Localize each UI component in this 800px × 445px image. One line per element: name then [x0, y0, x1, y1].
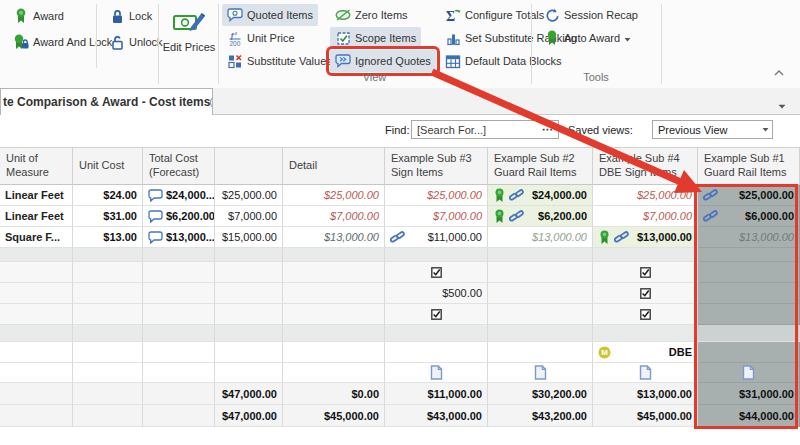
grid-cell[interactable]: [73, 248, 143, 262]
grid-cell[interactable]: [488, 325, 593, 342]
grid-cell[interactable]: $25,000.00: [283, 185, 385, 206]
substitute-values-button[interactable]: Substitute Values: [222, 50, 337, 72]
grid-cell[interactable]: $7,000.00: [283, 206, 385, 227]
column-header-example-sub-4-dbe-sign-items[interactable]: Example Sub #4 DBE Sign Items: [593, 148, 698, 185]
grid-cell[interactable]: [215, 283, 283, 304]
tab-close-icon[interactable]: ✕: [210, 95, 213, 110]
grid-cell[interactable]: $13,000.00: [283, 227, 385, 248]
grid-cell[interactable]: $500.00: [385, 283, 488, 304]
grid-cell[interactable]: $30,200.00: [488, 383, 593, 405]
grid-cell[interactable]: [593, 325, 698, 342]
grid-cell[interactable]: [698, 363, 800, 383]
grid-cell[interactable]: $11,000.00: [385, 383, 488, 405]
grid-cell[interactable]: [73, 342, 143, 363]
grid-cell[interactable]: [143, 262, 215, 283]
zero-items-button[interactable]: Zero Items: [330, 4, 413, 26]
grid-cell[interactable]: [73, 304, 143, 325]
grid-cell[interactable]: MDBE: [593, 342, 698, 363]
grid-cell[interactable]: [215, 363, 283, 383]
grid-cell[interactable]: [385, 342, 488, 363]
scope-items-button[interactable]: Scope Items: [330, 27, 421, 49]
column-header-example-sub-3-sign-items[interactable]: Example Sub #3 Sign Items: [385, 148, 488, 185]
grid-cell[interactable]: $24,000.00: [488, 185, 593, 206]
grid-cell[interactable]: $24,000....: [143, 185, 215, 206]
grid-cell[interactable]: [488, 283, 593, 304]
grid-cell[interactable]: [73, 383, 143, 405]
quoted-items-button[interactable]: Quoted Items: [222, 4, 318, 26]
checkbox-icon[interactable]: [431, 267, 442, 278]
grid-cell[interactable]: [143, 342, 215, 363]
grid-cell[interactable]: $6,200.00: [143, 206, 215, 227]
grid-cell[interactable]: [73, 262, 143, 283]
grid-cell[interactable]: [215, 262, 283, 283]
column-header-example-sub-2-guard-rail-items[interactable]: Example Sub #2 Guard Rail Items: [488, 148, 593, 185]
grid-cell[interactable]: $47,000.00: [215, 383, 283, 405]
grid-cell[interactable]: $11,000.00: [385, 227, 488, 248]
auto-award-button[interactable]: Auto Award: [539, 27, 636, 49]
configure-totals-button[interactable]: Σ Configure Totals: [440, 4, 549, 26]
grid-cell[interactable]: [73, 405, 143, 427]
grid-cell[interactable]: $13.00: [73, 227, 143, 248]
tab-list-caret-icon[interactable]: [778, 99, 786, 111]
lock-button[interactable]: Lock: [104, 5, 157, 27]
grid-cell[interactable]: Linear Feet: [0, 185, 73, 206]
grid-cell[interactable]: $31.00: [73, 206, 143, 227]
grid-cell[interactable]: [385, 363, 488, 383]
grid-cell[interactable]: $24.00: [73, 185, 143, 206]
grid-cell[interactable]: [73, 363, 143, 383]
saved-views-select[interactable]: Previous View: [652, 120, 773, 139]
grid-cell[interactable]: [215, 342, 283, 363]
grid-cell[interactable]: $45,000.00: [283, 405, 385, 427]
grid-cell[interactable]: $31,000.00: [698, 383, 800, 405]
grid-cell[interactable]: [283, 325, 385, 342]
grid-cell[interactable]: [488, 262, 593, 283]
search-input[interactable]: [412, 124, 538, 136]
grid-cell[interactable]: $7,000.00: [215, 206, 283, 227]
grid-cell[interactable]: [593, 262, 698, 283]
column-header-total-cost-forecast[interactable]: Total Cost (Forecast): [143, 148, 215, 185]
grid-cell[interactable]: [143, 363, 215, 383]
grid-cell[interactable]: $15,000.00: [215, 227, 283, 248]
grid-cell[interactable]: [385, 325, 488, 342]
grid-cell[interactable]: [593, 283, 698, 304]
grid-cell[interactable]: [0, 283, 73, 304]
grid-cell[interactable]: [698, 283, 800, 304]
edit-prices-button[interactable]: Edit Prices: [161, 3, 217, 83]
grid-cell[interactable]: [488, 304, 593, 325]
grid-cell[interactable]: [488, 342, 593, 363]
grid-cell[interactable]: $45,000.00: [593, 405, 698, 427]
grid-cell[interactable]: [283, 304, 385, 325]
grid-cell[interactable]: [593, 363, 698, 383]
grid-cell[interactable]: [698, 304, 800, 325]
grid-cell[interactable]: [0, 248, 73, 262]
session-recap-button[interactable]: Session Recap: [539, 4, 643, 26]
grid-cell[interactable]: Linear Feet: [0, 206, 73, 227]
grid-cell[interactable]: [283, 262, 385, 283]
grid-cell[interactable]: [283, 283, 385, 304]
grid-cell[interactable]: $25,000.00: [385, 185, 488, 206]
grid-cell[interactable]: [698, 262, 800, 283]
grid-cell[interactable]: [143, 405, 215, 427]
award-and-lock-button[interactable]: Award And Lock: [8, 31, 117, 53]
column-header-detail[interactable]: Detail: [283, 148, 385, 185]
ribbon-collapse-chevron-icon[interactable]: [771, 67, 787, 79]
unit-price-button[interactable]: ƒ²200 Unit Price: [222, 27, 300, 49]
column-header-unit-of-measure[interactable]: Unit of Measure: [0, 148, 73, 185]
grid-cell[interactable]: $7,000.00: [385, 206, 488, 227]
grid-cell[interactable]: $13,000.00: [698, 227, 800, 248]
grid-cell[interactable]: [215, 325, 283, 342]
grid-cell[interactable]: [143, 283, 215, 304]
grid-cell[interactable]: $13,000.00: [593, 227, 698, 248]
grid-cell[interactable]: $6,000.00: [698, 206, 800, 227]
grid-cell[interactable]: $13,000....: [143, 227, 215, 248]
grid-cell[interactable]: [143, 248, 215, 262]
grid-cell[interactable]: [593, 248, 698, 262]
grid-cell[interactable]: [488, 248, 593, 262]
grid-cell[interactable]: $25,000.00: [698, 185, 800, 206]
grid-cell[interactable]: $13,000.00: [593, 383, 698, 405]
grid-cell[interactable]: [143, 325, 215, 342]
grid-cell[interactable]: $47,000.00: [215, 405, 283, 427]
grid-cell[interactable]: $6,200.00: [488, 206, 593, 227]
grid-cell[interactable]: [215, 248, 283, 262]
grid-cell[interactable]: [698, 325, 800, 342]
